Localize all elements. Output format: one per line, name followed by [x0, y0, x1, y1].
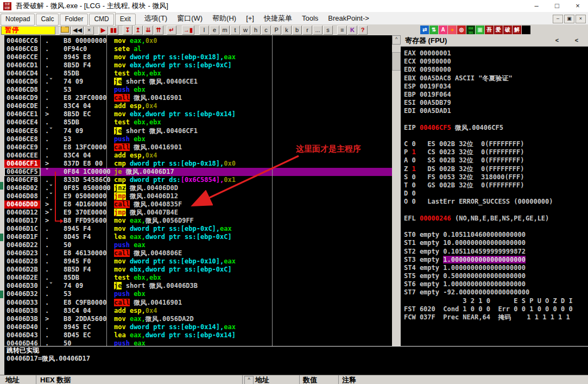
open-file-button[interactable] [59, 26, 71, 35]
disasm-row-00406D23[interactable]: 00406D23.E8 46130000call 微风.0040806E [4, 249, 392, 257]
quick-launch-button[interactable]: Notepad [1, 14, 35, 26]
panel-letter-button[interactable]: s [323, 26, 333, 35]
disasm-row-00406CCB[interactable]: 00406CCB.0F94c0sete al [4, 45, 392, 53]
register-line[interactable]: ST5 empty 0.5000000000000000000 [404, 272, 588, 280]
disasm-row-00406CE6[interactable]: 00406CE6.ˇ74 09je short 微风.00406CF1 [4, 127, 392, 135]
register-line[interactable]: S 0 FS 0053 32位 318000(FFF) [404, 173, 588, 181]
panel-letter-button[interactable]: l [199, 26, 209, 35]
menu-item[interactable]: 选项(T) [140, 14, 173, 23]
panel-letter-button[interactable]: c [261, 26, 271, 35]
register-line[interactable]: C 0 ES 002B 32位 0(FFFFFFFF) [404, 140, 588, 148]
plugin-icon-解[interactable]: 解 [513, 26, 521, 34]
disasm-row-00406CD9[interactable]: 00406CD9.E8 23FC0000call 微风.00416901 [4, 94, 392, 102]
disasm-row-00406D40[interactable]: 00406D40.8945 ECmov dword ptr ss:[ebp-0x… [4, 323, 392, 331]
disasm-row-00406D46[interactable]: 00406D46.50push eax [4, 339, 392, 346]
register-line[interactable]: A 0 SS 002B 32位 0(FFFFFFFF) [404, 156, 588, 165]
close-button[interactable]: × [567, 0, 588, 12]
toolbar-button[interactable]: ◀◀ [71, 26, 84, 35]
register-line[interactable] [404, 132, 588, 140]
plugin-icon-◎[interactable]: ◎ [457, 26, 466, 34]
menu-item[interactable]: 帮助(H) [207, 14, 241, 23]
plugin-icon-爱[interactable]: 爱 [494, 26, 503, 34]
toolbar-button[interactable]: ↥ [133, 26, 143, 35]
register-line[interactable]: Z 1 DS 002B 32位 0(FFFFFFFF) [404, 165, 588, 173]
register-line[interactable]: ECX 00980000 [404, 58, 588, 66]
disasm-row-00406D1C[interactable]: 00406D1C.8945 F4mov dword ptr ss:[ebp-0x… [4, 225, 392, 233]
header-divider[interactable] [242, 375, 243, 384]
plugin-icon-blank[interactable] [522, 26, 530, 34]
register-line[interactable]: EBX 00A5DAC8 ASCII "冬夏验证" [404, 74, 588, 83]
plugin-icon-⇄[interactable]: ⇄ [420, 26, 429, 34]
register-line[interactable]: EAX 00000001 [404, 49, 588, 58]
plugin-icon-吾[interactable]: 吾 [485, 26, 494, 34]
register-line[interactable]: ST2 empty 0.1051104599999999872 [404, 248, 588, 256]
register-line[interactable]: D 0 [404, 190, 588, 198]
panel-letter-button[interactable]: k [282, 26, 292, 35]
register-line[interactable]: P 1 CS 0023 32位 0(FFFFFFFF) [404, 148, 588, 156]
plugin-icon-破[interactable]: 破 [503, 26, 512, 34]
disasm-row-00406CD6[interactable]: 00406CD6.ˇ74 09je short 微风.00406CE1 [4, 78, 392, 86]
plugin-icon-●[interactable]: ● [448, 26, 457, 34]
disasm-scrollbar[interactable]: ^ [392, 35, 401, 346]
register-line[interactable]: EDI 00A5DAD1 [404, 107, 588, 115]
disasm-row-00406CE1[interactable]: 00406CE1>8B5D ECmov ebx,dword ptr ss:[eb… [4, 110, 392, 118]
disasm-row-00406CF1[interactable]: 00406CF1>837D E8 00cmp dword ptr ss:[ebp… [4, 160, 392, 168]
disasm-row-00406CC6[interactable]: 00406CC6.B8 00000000mov eax,0x0 [4, 37, 392, 45]
menu-item[interactable]: [+] [241, 14, 259, 22]
panel-letter-button[interactable]: m [220, 26, 230, 35]
disasm-row-00406D43[interactable]: 00406D43.8D45 EClea eax,dword ptr ss:[eb… [4, 331, 392, 339]
toolbar-button[interactable]: ⇈ [154, 26, 163, 35]
register-line[interactable]: ST1 empty 10.000000000000000000 [404, 239, 588, 247]
disasm-row-00406D32[interactable]: 00406D32.53push ebx [4, 290, 392, 298]
disasm-row-00406CD4[interactable]: 00406CD4.85DBtest ebx,ebx [4, 70, 392, 78]
panel-letter-button[interactable]: P [271, 26, 281, 35]
disasm-row-00406CD1[interactable]: 00406CD1.8B5D F4mov ebx,dword ptr ss:[eb… [4, 61, 392, 70]
panel-letter-button[interactable]: h [251, 26, 261, 35]
register-line[interactable]: ST6 empty 1.0000000000000000000 [404, 280, 588, 288]
register-line[interactable] [404, 223, 588, 231]
column-divider[interactable] [106, 35, 107, 346]
scrollbar-thumb[interactable] [392, 52, 401, 71]
plugin-icon-A[interactable]: A [439, 26, 447, 34]
disasm-row-00406D0D[interactable]: 00406D0D>E8 4D160000call 微风.0040835F [4, 200, 392, 209]
register-line[interactable]: FCW 037F Prec NEAR,64 掩码 1 1 1 1 1 1 [404, 313, 588, 322]
disasm-row-00406D30[interactable]: 00406D30.ˇ74 09je short 微风.00406D3B [4, 282, 392, 290]
toolbar-button[interactable]: K [347, 26, 357, 35]
mdi-control-button[interactable]: – [553, 15, 563, 23]
register-line[interactable]: EDX 00980000 [404, 66, 588, 74]
toolbar-button[interactable]: →▮ [182, 26, 194, 35]
register-line[interactable]: ESP 0019F034 [404, 83, 588, 91]
disasm-row-00406D2E[interactable]: 00406D2E.85DBtest ebx,ebx [4, 274, 392, 282]
quick-launch-button[interactable]: Folder [60, 14, 88, 26]
toolbar-button[interactable]: ▮▮ [109, 26, 118, 35]
disasm-row-00406D1F[interactable]: 00406D1F.8D45 F4lea eax,dword ptr ss:[eb… [4, 233, 392, 241]
column-divider[interactable] [40, 35, 41, 346]
register-line[interactable]: ST0 empty 0.1051104600000000000 [404, 231, 588, 239]
register-line[interactable] [404, 116, 588, 124]
register-line[interactable]: ST3 empty 1.0000000000000000000 [404, 256, 588, 264]
disasm-row-00406CDE[interactable]: 00406CDE.83C4 04add esp,0x4 [4, 102, 392, 110]
maximize-button[interactable]: □ [547, 0, 567, 12]
disasm-row-00406D38[interactable]: 00406D38.83C4 04add esp,0x4 [4, 307, 392, 315]
plugin-icon-⇅[interactable]: ⇅ [429, 26, 438, 34]
panel-letter-button[interactable]: t [230, 26, 240, 35]
toolbar-button[interactable]: ↵ [167, 26, 176, 35]
disasm-row-00406D33[interactable]: 00406D33.E8 C9FB0000call 微风.00416901 [4, 299, 392, 307]
plugin-icon-▣[interactable]: ▣ [476, 26, 484, 34]
header-divider[interactable] [338, 375, 339, 384]
header-divider[interactable] [36, 375, 36, 384]
menu-item[interactable]: 窗口(W) [172, 14, 207, 23]
disasm-row-00406D08[interactable]: 00406D08.ˇE9 05000000jmp 微风.00406D12 [4, 192, 392, 200]
disasm-row-00406D12[interactable]: 00406D12>ˇE9 370E0000jmp 微风.00407B4E [4, 209, 392, 217]
disasm-row-00406CE8[interactable]: 00406CE8.53push ebx [4, 135, 392, 143]
disasm-row-00406D2B[interactable]: 00406D2B.8B5D F4mov ebx,dword ptr ss:[eb… [4, 266, 392, 274]
menu-item[interactable]: BreakPoint-> [323, 14, 374, 22]
header-divider[interactable] [299, 375, 300, 384]
disasm-row-00406D22[interactable]: 00406D22.50push eax [4, 241, 392, 249]
mdi-control-button[interactable]: × [576, 15, 586, 23]
register-line[interactable]: ST4 empty 1.0000000000000000000 [404, 264, 588, 272]
disasm-row-00406CD8[interactable]: 00406CD8.53push ebx [4, 86, 392, 94]
menu-item[interactable]: 快捷菜单 [259, 14, 297, 23]
disasm-row-00406CF5[interactable]: 00406CF5ˇ0F84 1C00000je 微风.00406D17 [4, 168, 392, 176]
register-line[interactable]: FST 6020 Cond 1 0 0 0 Err 0 0 1 0 0 0 0 … [404, 305, 588, 313]
